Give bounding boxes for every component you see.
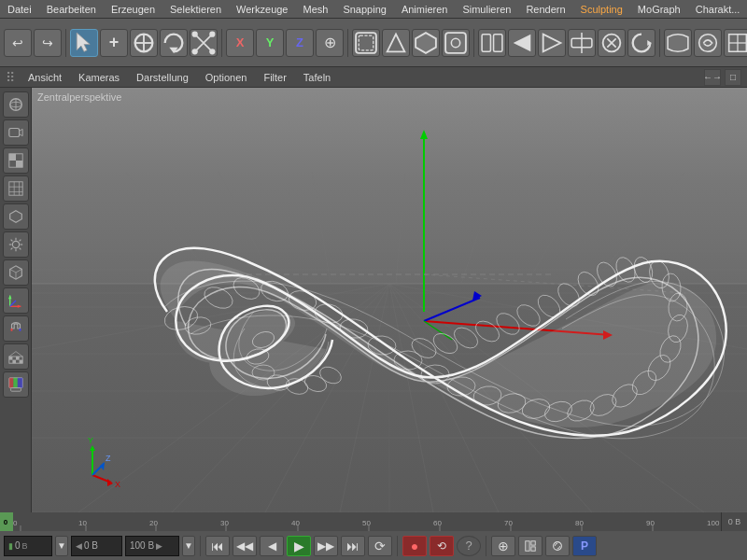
svg-rect-25 (8, 129, 19, 137)
transport-bar: ▮ 0 B ▼ ◀ 0 B 100 B ▶ ▼ ⏮ ◀◀ ◀ ▶ ▶▶ ⏭ ⟳ … (0, 531, 747, 560)
viewport-label: Zentralperspektive (37, 91, 122, 103)
toolbar-group-anim (478, 29, 660, 57)
transport-separator-3 (486, 536, 486, 556)
loop-button[interactable]: ⟳ (368, 536, 392, 556)
transport-dropdown[interactable]: ▼ (55, 536, 68, 556)
viewport-topbar: ⠿ Ansicht Kameras Darstellung Optionen F… (0, 67, 747, 88)
record-button[interactable]: ● (402, 536, 427, 556)
menu-mesh[interactable]: Mesh (295, 2, 335, 17)
menu-datei[interactable]: Datei (0, 2, 39, 17)
svg-text:0: 0 (13, 519, 18, 527)
anim-btn-5[interactable] (598, 29, 626, 57)
object-mode-button[interactable] (442, 29, 470, 57)
svg-line-41 (19, 248, 21, 250)
menu-animieren[interactable]: Animieren (394, 2, 456, 17)
redo-button[interactable]: ↪ (34, 29, 62, 57)
sidebar-axis-icon[interactable] (3, 287, 29, 314)
sidebar-object-icon[interactable] (3, 91, 29, 118)
scheme-button[interactable]: ⊕ (491, 536, 515, 556)
edges-button[interactable] (382, 29, 410, 57)
anim-btn-3[interactable] (538, 29, 566, 57)
menu-erzeugen[interactable]: Erzeugen (104, 2, 162, 17)
add-button[interactable]: + (100, 29, 128, 57)
axis-x-button[interactable]: X (226, 29, 254, 57)
menu-simulieren[interactable]: Simulieren (455, 2, 518, 17)
go-to-end-button[interactable]: ⏭ (341, 536, 365, 556)
anim-btn-4[interactable] (568, 29, 596, 57)
help-button[interactable]: ? (457, 536, 481, 556)
menu-selektieren[interactable]: Selektieren (162, 2, 229, 17)
rotate-button[interactable] (160, 29, 188, 57)
auto-key-button[interactable]: ⟲ (430, 536, 454, 556)
select-button[interactable] (70, 29, 98, 57)
scale-button[interactable] (190, 29, 218, 57)
menu-mograph[interactable]: MoGraph (630, 2, 688, 17)
axis-z-button[interactable]: Z (286, 29, 314, 57)
sidebar-paint-icon[interactable] (3, 371, 29, 398)
shape-btn-1[interactable] (664, 29, 692, 57)
transport-end-field[interactable]: 100 B ▶ (125, 536, 179, 556)
menu-sculpting[interactable]: Sculpting (573, 2, 630, 17)
sidebar-camera-icon[interactable] (3, 119, 29, 146)
shape-btn-3[interactable] (724, 29, 747, 57)
vp-menu-optionen[interactable]: Optionen (198, 70, 255, 85)
undo-button[interactable]: ↩ (4, 29, 32, 57)
shape-btn-2[interactable] (694, 29, 722, 57)
vp-menu-kameras[interactable]: Kameras (71, 70, 127, 85)
vp-menu-tafeln[interactable]: Tafeln (296, 70, 338, 85)
palette-button[interactable]: P (572, 536, 597, 556)
points-button[interactable] (352, 29, 380, 57)
svg-marker-51 (17, 305, 21, 309)
transport-separator-2 (397, 536, 398, 556)
svg-line-42 (19, 240, 21, 242)
viewport-expand-button[interactable]: ←→ (704, 69, 721, 86)
timeline-track[interactable]: 0 10 20 30 40 50 60 70 80 90 100 (11, 512, 721, 531)
layout-button[interactable] (518, 536, 543, 556)
svg-text:60: 60 (433, 519, 442, 527)
svg-rect-187 (531, 546, 535, 550)
transport-start-field[interactable]: ▮ 0 B (4, 536, 52, 556)
toolbar-group-select: + (70, 29, 222, 57)
sidebar-cube-icon[interactable] (3, 259, 29, 286)
axis-y-button[interactable]: Y (256, 29, 284, 57)
svg-point-18 (699, 34, 717, 51)
step-back-button[interactable]: ◀◀ (233, 536, 257, 556)
anim-btn-6[interactable] (627, 29, 655, 57)
prev-frame-button[interactable]: ◀ (260, 536, 284, 556)
render-settings-button[interactable] (545, 536, 570, 556)
vp-menu-darstellung[interactable]: Darstellung (129, 70, 196, 85)
sidebar-grid-icon[interactable] (3, 175, 29, 202)
menu-werkzeuge[interactable]: Werkzeuge (229, 2, 295, 17)
svg-rect-64 (13, 378, 17, 388)
menu-bearbeiten[interactable]: Bearbeiten (39, 2, 104, 17)
viewport-maximize-button[interactable]: □ (725, 69, 741, 86)
svg-text:Y: Y (88, 436, 93, 445)
sidebar-light-icon[interactable] (3, 231, 29, 258)
go-to-start-button[interactable]: ⏮ (205, 536, 230, 556)
svg-rect-57 (12, 360, 16, 364)
svg-point-35 (12, 241, 19, 247)
sidebar-material-icon[interactable] (3, 203, 29, 230)
next-frame-button[interactable]: ▶▶ (314, 536, 338, 556)
menu-charakter[interactable]: Charakt... (688, 2, 747, 17)
vp-menu-filter[interactable]: Filter (256, 70, 293, 85)
transport-dropdown-2[interactable]: ▼ (182, 536, 195, 556)
svg-point-4 (192, 49, 198, 54)
sidebar-checkerfloor-icon[interactable] (3, 343, 29, 370)
transport-current-field[interactable]: ◀ 0 B (71, 536, 122, 556)
menu-snapping[interactable]: Snapping (335, 2, 394, 17)
toolbar: ↩ ↪ + (0, 19, 747, 67)
svg-rect-184 (11, 512, 13, 531)
menu-rendern[interactable]: Rendern (518, 2, 572, 17)
vp-menu-ansicht[interactable]: Ansicht (21, 70, 69, 85)
world-space-button[interactable]: ⊕ (316, 29, 344, 57)
move-button[interactable] (130, 29, 158, 57)
sidebar-checkerboard-icon[interactable] (3, 147, 29, 174)
anim-btn-2[interactable] (508, 29, 536, 57)
timeline[interactable]: 0 0 10 20 30 40 50 60 70 80 90 100 (0, 512, 747, 531)
play-button[interactable]: ▶ (287, 536, 311, 556)
sidebar-magnet-icon[interactable] (3, 315, 29, 342)
faces-button[interactable] (412, 29, 440, 57)
anim-btn-1[interactable] (478, 29, 506, 57)
viewport[interactable]: Y X Z Zentralperspektive (32, 88, 747, 512)
